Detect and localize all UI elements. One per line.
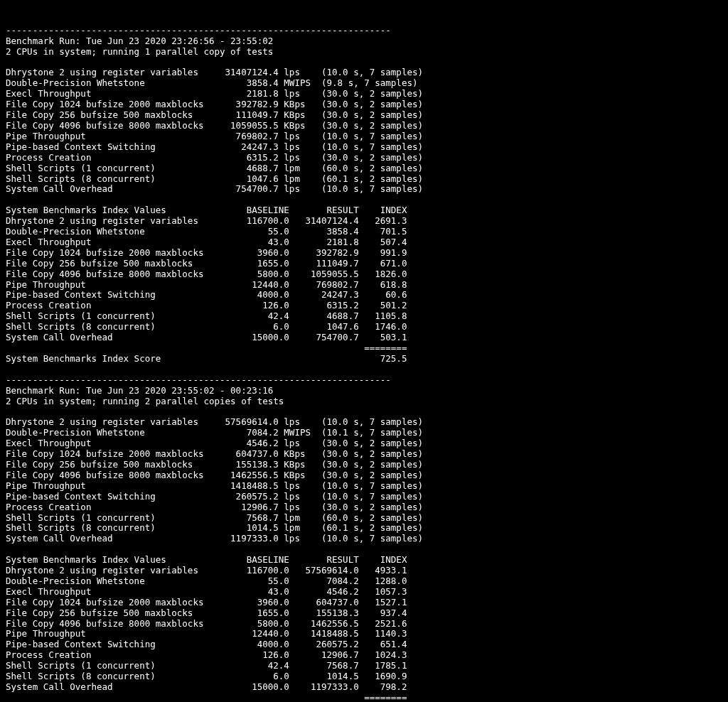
terminal-output: ----------------------------------------…	[0, 21, 728, 702]
benchmark-output: ----------------------------------------…	[6, 25, 423, 702]
